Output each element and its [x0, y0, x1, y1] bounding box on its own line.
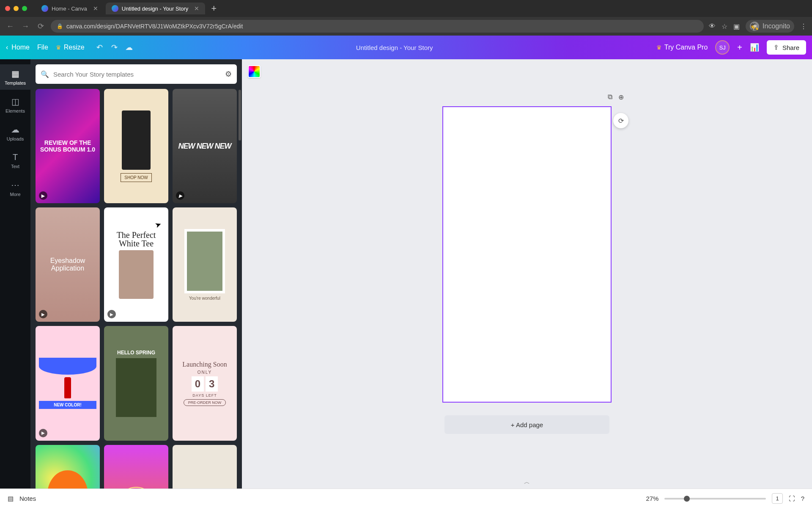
page-indicator[interactable]: 1 — [772, 493, 782, 504]
template-text: PRE-ORDER NOW — [184, 399, 226, 406]
tab-title: Home - Canva — [52, 6, 87, 12]
back-button[interactable]: ← — [5, 22, 15, 31]
canvas-viewport[interactable]: ⧉ ⊕ ⟳ + Add page — [242, 59, 812, 489]
canva-header: ‹ Home File ♛ Resize ↶ ↷ ☁ Untitled desi… — [0, 36, 812, 59]
template-card[interactable]: REVIEW OF THE SONUS BONUM 1.0 ▶ — [36, 89, 100, 203]
template-text: SHOP NOW — [121, 173, 151, 182]
window-maximize-button[interactable] — [22, 6, 27, 11]
forward-button[interactable]: → — [20, 22, 30, 31]
expand-pages-caret[interactable]: ︿ — [524, 478, 530, 486]
regenerate-button[interactable]: ⟳ — [613, 113, 628, 128]
template-card[interactable]: You're wonderful — [173, 207, 237, 322]
zoom-slider[interactable] — [664, 498, 766, 500]
user-avatar[interactable]: SJ — [715, 40, 730, 55]
help-icon[interactable]: ? — [801, 495, 804, 502]
analytics-icon[interactable]: 📊 — [750, 43, 759, 52]
address-bar[interactable]: 🔒 canva.com/design/DAFNVetRTV8/J1WoMZtkP… — [51, 20, 704, 33]
resize-label: Resize — [64, 44, 85, 51]
browser-tab-home[interactable]: Home - Canva ✕ — [36, 3, 104, 14]
play-icon: ▶ — [39, 191, 47, 200]
incognito-badge[interactable]: 🕵 Incognito — [746, 20, 794, 33]
share-button[interactable]: ⇪ Share — [767, 40, 806, 55]
document-title[interactable]: Untitled design - Your Story — [356, 44, 433, 51]
url-text: canva.com/design/DAFNVetRTV8/J1WoMZtkPXc… — [66, 23, 243, 30]
rail-label: More — [10, 192, 20, 197]
rail-label: Templates — [5, 80, 26, 86]
duplicate-page-icon[interactable]: ⧉ — [608, 93, 612, 101]
text-icon: T — [13, 152, 18, 162]
play-icon: ▶ — [107, 310, 116, 318]
zoom-percent[interactable]: 27% — [646, 495, 658, 502]
rail-text[interactable]: T Text — [0, 148, 30, 173]
rail-more[interactable]: ⋯ More — [0, 176, 30, 201]
undo-button[interactable]: ↶ — [96, 43, 103, 52]
template-text: HELLO SPRING — [117, 350, 155, 356]
lock-icon: 🔒 — [57, 23, 63, 29]
fullscreen-icon[interactable]: ⛶ — [789, 495, 795, 502]
notes-icon[interactable]: ▤ — [8, 495, 14, 502]
template-text: DAYS LEFT — [192, 393, 217, 398]
reload-button[interactable]: ⟳ — [36, 22, 46, 31]
template-image — [122, 110, 151, 170]
template-card[interactable]: NEW COLOR! ▶ — [36, 326, 100, 440]
template-card[interactable]: NEW NEW NEW ▶ — [173, 89, 237, 203]
home-button[interactable]: ‹ Home — [6, 44, 30, 51]
uploads-icon: ☁ — [11, 124, 19, 135]
template-text: NEW NEW NEW — [178, 143, 231, 149]
undo-redo-group: ↶ ↷ — [96, 43, 118, 52]
rail-label: Text — [11, 164, 19, 169]
rail-templates[interactable]: ▦ Templates — [0, 64, 30, 90]
search-input[interactable] — [53, 71, 221, 78]
tab-close-icon[interactable]: ✕ — [194, 5, 199, 12]
countdown-digit: 3 — [206, 376, 218, 392]
template-text: Launching Soon — [182, 361, 227, 368]
template-card[interactable]: SHOP NOW — [104, 89, 168, 203]
try-pro-button[interactable]: ♛ Try Canva Pro — [656, 44, 708, 51]
canvas-area: ⧉ ⊕ ⟳ + Add page ︿ — [242, 59, 812, 489]
template-card[interactable]: What are your pronouns? — [36, 445, 100, 489]
tab-favicon-icon — [41, 5, 48, 12]
template-card[interactable]: The Perfect White Tee ▶ — [104, 207, 168, 322]
window-close-button[interactable] — [5, 6, 10, 11]
template-text: NEW COLOR! — [39, 401, 96, 409]
toolbar-right: 👁 ☆ ▣ 🕵 Incognito ⋮ — [709, 20, 807, 33]
template-image — [47, 470, 88, 489]
resize-button[interactable]: ♛ Resize — [56, 44, 85, 51]
file-menu[interactable]: File — [37, 44, 48, 51]
add-page-button[interactable]: + Add page — [444, 415, 609, 434]
rail-elements[interactable]: ◫ Elements — [0, 92, 30, 118]
design-page[interactable]: ⟳ — [442, 106, 612, 403]
template-card[interactable]: Launching Soon ONLY 0 3 DAYS LEFT PRE-OR… — [173, 326, 237, 440]
window-minimize-button[interactable] — [14, 6, 19, 11]
add-page-icon[interactable]: ⊕ — [618, 93, 624, 101]
template-scroll[interactable]: REVIEW OF THE SONUS BONUM 1.0 ▶ SHOP NOW… — [30, 89, 242, 489]
template-card[interactable] — [173, 445, 237, 489]
redo-button[interactable]: ↷ — [111, 43, 118, 52]
zoom-thumb[interactable] — [684, 496, 690, 502]
template-card[interactable]: Eyeshadow Application ▶ — [36, 207, 100, 322]
browser-toolbar: ← → ⟳ 🔒 canva.com/design/DAFNVetRTV8/J1W… — [0, 17, 812, 36]
kebab-menu-icon[interactable]: ⋮ — [800, 22, 807, 30]
add-collaborator-button[interactable]: + — [737, 43, 742, 52]
template-card[interactable]: SHOP WITH YOUR BFF AND ENJOY AMAZING DIS… — [104, 445, 168, 489]
panel-scrollbar[interactable] — [239, 90, 241, 141]
browser-tab-design[interactable]: Untitled design - Your Story ✕ — [106, 3, 206, 14]
background-color-picker[interactable] — [248, 65, 261, 78]
template-search[interactable]: 🔍 ⚙ — [36, 64, 237, 84]
template-text: REVIEW OF THE SONUS BONUM 1.0 — [39, 139, 96, 153]
extensions-icon[interactable]: ▣ — [733, 22, 740, 30]
play-icon: ▶ — [39, 429, 47, 437]
template-image — [116, 358, 156, 417]
home-label: Home — [11, 44, 30, 51]
notes-button[interactable]: Notes — [19, 495, 36, 502]
eye-off-icon[interactable]: 👁 — [709, 22, 716, 30]
template-card[interactable]: HELLO SPRING — [104, 326, 168, 440]
filter-icon[interactable]: ⚙ — [225, 69, 232, 79]
rail-uploads[interactable]: ☁ Uploads — [0, 120, 30, 146]
tab-close-icon[interactable]: ✕ — [93, 5, 98, 12]
new-tab-button[interactable]: + — [207, 3, 221, 14]
star-icon[interactable]: ☆ — [721, 22, 727, 30]
template-text: You're wonderful — [189, 296, 220, 301]
cloud-sync-icon[interactable]: ☁ — [125, 43, 133, 52]
bottom-bar: ▤ Notes 27% 1 ⛶ ? — [0, 489, 812, 508]
